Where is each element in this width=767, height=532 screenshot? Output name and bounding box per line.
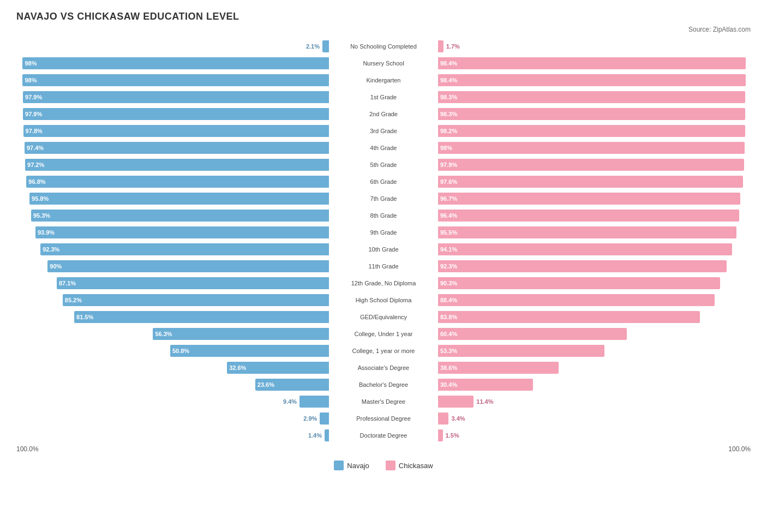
navajo-bar: 50.8% bbox=[170, 345, 329, 357]
navajo-value: 93.9% bbox=[35, 229, 57, 236]
chickasaw-section: 95.5% bbox=[438, 225, 751, 240]
chickasaw-value: 3.4% bbox=[451, 415, 465, 422]
navajo-value: 1.4% bbox=[308, 432, 322, 439]
navajo-section: 87.1% bbox=[16, 276, 329, 291]
navajo-section: 98% bbox=[16, 73, 329, 88]
navajo-value: 98% bbox=[22, 60, 39, 67]
navajo-bar: 98% bbox=[22, 74, 329, 86]
navajo-bar: 92.3% bbox=[40, 243, 329, 255]
chickasaw-legend-label: Chickasaw bbox=[399, 462, 433, 470]
chickasaw-value: 96.4% bbox=[438, 212, 459, 219]
chickasaw-bar: 97.9% bbox=[438, 159, 744, 171]
chickasaw-bar: 96.4% bbox=[438, 210, 739, 222]
bar-row: 92.3%10th Grade94.1% bbox=[16, 242, 751, 257]
chickasaw-bar: 98.4% bbox=[438, 57, 746, 69]
bar-row: 97.8%3rd Grade98.2% bbox=[16, 123, 751, 139]
bottom-labels: 100.0% 100.0% bbox=[16, 445, 751, 453]
bar-row: 2.9%Professional Degree3.4% bbox=[16, 411, 751, 426]
chickasaw-value: 60.4% bbox=[438, 331, 459, 337]
navajo-value: 2.1% bbox=[306, 43, 320, 50]
chickasaw-bar bbox=[438, 429, 443, 441]
chickasaw-section: 30.4% bbox=[438, 377, 751, 392]
chickasaw-section: 90.3% bbox=[438, 276, 751, 291]
bar-label: Kindergarten bbox=[329, 76, 438, 84]
source-label: Source: ZipAtlas.com bbox=[16, 26, 751, 33]
chickasaw-value: 92.3% bbox=[438, 263, 459, 270]
chickasaw-section: 98.3% bbox=[438, 106, 751, 122]
navajo-value: 97.8% bbox=[23, 128, 45, 134]
navajo-value: 85.2% bbox=[63, 297, 84, 303]
chickasaw-value: 98.3% bbox=[438, 94, 459, 100]
navajo-bar: 87.1% bbox=[57, 277, 329, 289]
chickasaw-legend-box bbox=[386, 461, 396, 470]
chickasaw-section: 98.4% bbox=[438, 73, 751, 88]
bar-label: 2nd Grade bbox=[329, 110, 438, 118]
navajo-section: 81.5% bbox=[16, 309, 329, 325]
chickasaw-bar: 98.3% bbox=[438, 91, 745, 103]
navajo-bar: 23.6% bbox=[255, 379, 329, 391]
navajo-section: 56.3% bbox=[16, 326, 329, 342]
navajo-value: 92.3% bbox=[40, 246, 62, 253]
navajo-section: 97.4% bbox=[16, 140, 329, 156]
navajo-bar: 97.8% bbox=[23, 125, 329, 137]
navajo-bar: 97.2% bbox=[25, 159, 329, 171]
bar-row: 2.1%No Schooling Completed1.7% bbox=[16, 39, 751, 54]
chickasaw-section: 83.8% bbox=[438, 309, 751, 325]
chickasaw-bar: 98.3% bbox=[438, 108, 745, 120]
bar-label: 9th Grade bbox=[329, 229, 438, 236]
navajo-bar: 56.3% bbox=[153, 328, 329, 340]
chickasaw-section: 98.4% bbox=[438, 56, 751, 71]
chickasaw-bar: 90.3% bbox=[438, 277, 720, 289]
bar-row: 95.8%7th Grade96.7% bbox=[16, 191, 751, 206]
navajo-value: 56.3% bbox=[153, 331, 174, 337]
chickasaw-bar bbox=[438, 396, 474, 408]
bar-row: 81.5%GED/Equivalency83.8% bbox=[16, 309, 751, 325]
chickasaw-section: 97.6% bbox=[438, 174, 751, 189]
legend: Navajo Chickasaw bbox=[16, 461, 751, 470]
bar-row: 93.9%9th Grade95.5% bbox=[16, 225, 751, 240]
navajo-bar: 95.3% bbox=[31, 210, 329, 222]
navajo-section: 9.4% bbox=[16, 394, 329, 409]
navajo-section: 90% bbox=[16, 259, 329, 274]
navajo-section: 92.3% bbox=[16, 242, 329, 257]
navajo-bar: 85.2% bbox=[63, 294, 329, 306]
chickasaw-value: 88.4% bbox=[438, 297, 459, 303]
chickasaw-bar bbox=[438, 413, 448, 425]
chickasaw-value: 94.1% bbox=[438, 246, 459, 253]
chickasaw-section: 1.5% bbox=[438, 428, 751, 443]
navajo-bar: 98% bbox=[22, 57, 329, 69]
bar-row: 97.2%5th Grade97.9% bbox=[16, 157, 751, 172]
navajo-bar bbox=[322, 40, 329, 52]
chickasaw-section: 92.3% bbox=[438, 259, 751, 274]
navajo-bar: 93.9% bbox=[35, 226, 329, 238]
bar-label: 1st Grade bbox=[329, 93, 438, 101]
chickasaw-bar: 88.4% bbox=[438, 294, 715, 306]
bar-label: 11th Grade bbox=[329, 262, 438, 270]
chickasaw-value: 1.7% bbox=[446, 43, 460, 50]
navajo-value: 97.9% bbox=[23, 94, 44, 100]
bar-row: 50.8%College, 1 year or more53.3% bbox=[16, 343, 751, 358]
navajo-section: 23.6% bbox=[16, 377, 329, 392]
bar-label: Associate's Degree bbox=[329, 364, 438, 372]
chickasaw-section: 96.4% bbox=[438, 208, 751, 223]
navajo-section: 97.9% bbox=[16, 89, 329, 105]
bar-row: 98%Nursery School98.4% bbox=[16, 56, 751, 71]
bar-label: 12th Grade, No Diploma bbox=[329, 279, 438, 287]
navajo-value: 32.6% bbox=[227, 364, 248, 371]
chickasaw-value: 53.3% bbox=[438, 348, 459, 354]
navajo-section: 95.3% bbox=[16, 208, 329, 223]
navajo-value: 97.9% bbox=[23, 111, 44, 117]
chickasaw-bar: 98.2% bbox=[438, 125, 745, 137]
navajo-section: 97.9% bbox=[16, 106, 329, 122]
navajo-value: 98% bbox=[22, 77, 39, 83]
bar-label: 3rd Grade bbox=[329, 127, 438, 135]
bottom-right-label: 100.0% bbox=[728, 445, 751, 453]
chickasaw-bar: 97.6% bbox=[438, 176, 743, 188]
chart-title: Navajo vs Chickasaw Education Level bbox=[16, 11, 751, 22]
bar-label: 5th Grade bbox=[329, 161, 438, 169]
chickasaw-value: 97.9% bbox=[438, 162, 459, 168]
bar-label: 8th Grade bbox=[329, 212, 438, 219]
navajo-section: 96.8% bbox=[16, 174, 329, 189]
bar-row: 97.4%4th Grade98% bbox=[16, 140, 751, 156]
navajo-legend-label: Navajo bbox=[347, 462, 369, 470]
